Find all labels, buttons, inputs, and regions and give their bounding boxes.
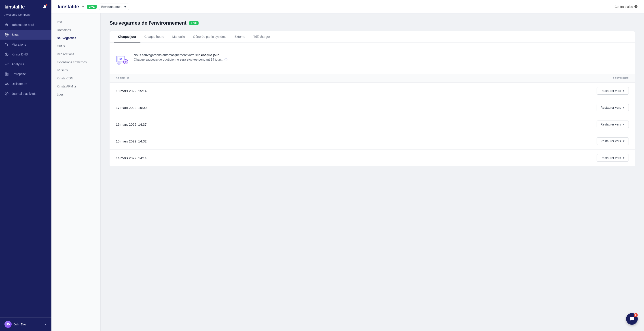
sidebar-company: Awesome Company: [0, 12, 52, 20]
restore-chevron-icon: ▼: [622, 89, 625, 92]
topbar-chevron-icon[interactable]: ▼: [81, 5, 85, 9]
help-label: Centre d'aide: [614, 5, 633, 8]
sub-nav-item-ip-deny[interactable]: IP Deny: [52, 66, 100, 74]
sidebar-item-entreprise[interactable]: Entreprise: [0, 69, 52, 79]
site-name: kinstalife: [58, 4, 79, 10]
topbar-left: kinstalife ▼ LIVE Environnement ▼: [58, 4, 129, 10]
topbar-right: Centre d'aide: [614, 5, 638, 8]
sidebar-item-migrations[interactable]: Migrations: [0, 40, 52, 50]
sub-nav-item-extensions[interactable]: Extensions et thèmes: [52, 58, 100, 66]
tab-externe[interactable]: Externe: [230, 31, 249, 42]
row-date-1: 18 mars 2022, 15:14: [116, 89, 147, 93]
row-date-3: 16 mars 2022, 14:37: [116, 122, 147, 126]
sidebar-footer-user[interactable]: JD John Doe ▲: [0, 317, 52, 331]
sidebar-nav: Tableau de bord Sites Migrations Kinsta …: [0, 20, 52, 317]
sub-nav-item-domaines[interactable]: Domaines: [52, 26, 100, 34]
sub-nav-item-sauvegardes[interactable]: Sauvegardes: [52, 34, 100, 42]
sidebar-item-sites[interactable]: Sites: [0, 30, 52, 40]
sub-sidebar: Info Domaines Sauvegardes Outils Redirec…: [52, 14, 100, 331]
info-help-icon[interactable]: ⓘ: [224, 58, 228, 61]
row-date-2: 17 mars 2022, 15:00: [116, 106, 147, 110]
backup-panel: Chaque jour Chaque heure Manuelle Généré…: [110, 31, 635, 166]
content-area: Info Domaines Sauvegardes Outils Redirec…: [52, 14, 644, 331]
table-header: CRÉÉE LE RESTAURER: [110, 74, 635, 82]
env-label: Environnement: [101, 5, 122, 8]
env-selector[interactable]: Environnement ▼: [99, 4, 129, 10]
sidebar-item-sites-label: Sites: [12, 33, 18, 36]
page-content: Sauvegardes de l'environnement LIVE Chaq…: [100, 14, 644, 331]
sidebar-item-kinsta-dns[interactable]: Kinsta DNS: [0, 50, 52, 59]
tabs: Chaque jour Chaque heure Manuelle Généré…: [110, 31, 635, 42]
sub-nav-item-outils[interactable]: Outils: [52, 42, 100, 50]
info-text-after: .: [219, 53, 220, 57]
restore-chevron-icon: ▼: [622, 123, 625, 126]
sidebar-item-journal-label: Journal d'activités: [12, 92, 36, 96]
table-row: 17 mars 2022, 15:00 Restaurer vers ▼: [110, 99, 635, 116]
migrations-icon: [4, 42, 9, 47]
backup-table: CRÉÉE LE RESTAURER 18 mars 2022, 15:14 R…: [110, 74, 635, 166]
sidebar-item-analytics[interactable]: Analytics: [0, 59, 52, 69]
chat-bubble[interactable]: 2: [626, 313, 638, 325]
help-link[interactable]: Centre d'aide: [614, 5, 638, 8]
restore-button-4[interactable]: Restaurer vers ▼: [596, 137, 629, 145]
sidebar-logo-area: kinstalife: [0, 0, 52, 12]
topbar: kinstalife ▼ LIVE Environnement ▼ Centre…: [52, 0, 644, 14]
avatar: JD: [4, 321, 12, 328]
sub-nav-item-logs[interactable]: Logs: [52, 90, 100, 98]
sidebar-item-migrations-label: Migrations: [12, 43, 26, 46]
user-chevron-icon: ▲: [44, 323, 47, 326]
sidebar-item-entreprise-label: Entreprise: [12, 72, 26, 76]
table-row: 15 mars 2022, 14:32 Restaurer vers ▼: [110, 133, 635, 150]
notification-dot: [46, 4, 48, 6]
env-chevron-icon: ▼: [124, 5, 127, 8]
sidebar-item-kinsta-dns-label: Kinsta DNS: [12, 52, 28, 56]
restore-button-1[interactable]: Restaurer vers ▼: [596, 87, 629, 94]
header-restore: RESTAURER: [613, 77, 629, 80]
sidebar: kinstalife Awesome Company Tableau de bo…: [0, 0, 52, 331]
tab-chaque-heure[interactable]: Chaque heure: [140, 31, 168, 42]
tab-chaque-jour[interactable]: Chaque jour: [114, 31, 140, 42]
users-icon: [4, 82, 9, 86]
svg-point-6: [120, 58, 122, 60]
header-date: CRÉÉE LE: [116, 77, 129, 80]
globe-icon: [4, 32, 9, 37]
tab-generee[interactable]: Générée par le système: [189, 31, 230, 42]
table-row: 16 mars 2022, 14:37 Restaurer vers ▼: [110, 116, 635, 133]
svg-point-10: [118, 62, 120, 64]
kinsta-logo: kinstalife: [4, 4, 24, 10]
dns-icon: [4, 52, 9, 56]
notification-bell[interactable]: [42, 4, 47, 10]
sidebar-item-utilisateurs-label: Utilisateurs: [12, 82, 27, 86]
help-icon: [634, 5, 638, 8]
sub-nav-item-redirections[interactable]: Redirections: [52, 50, 100, 58]
chat-count: 2: [634, 313, 638, 317]
sidebar-item-dashboard-label: Tableau de bord: [12, 23, 34, 26]
row-date-4: 15 mars 2022, 14:32: [116, 139, 147, 143]
restore-button-5[interactable]: Restaurer vers ▼: [596, 154, 629, 162]
sidebar-item-analytics-label: Analytics: [12, 62, 24, 66]
restore-chevron-icon: ▼: [622, 106, 625, 109]
row-date-5: 14 mars 2022, 14:14: [116, 156, 147, 160]
restore-button-2[interactable]: Restaurer vers ▼: [596, 104, 629, 112]
info-text: Nous sauvegardons automatiquement votre …: [134, 53, 228, 62]
restore-chevron-icon: ▼: [622, 156, 625, 160]
tab-telecharger[interactable]: Télécharger: [249, 31, 274, 42]
sub-nav-item-kinsta-cdn[interactable]: Kinsta CDN: [52, 74, 100, 82]
sub-nav-item-info[interactable]: Info: [52, 18, 100, 26]
activity-icon: [4, 92, 9, 96]
table-row: 14 mars 2022, 14:14 Restaurer vers ▼: [110, 150, 635, 166]
sidebar-item-dashboard[interactable]: Tableau de bord: [0, 20, 52, 30]
info-bold: chaque jour: [201, 53, 219, 57]
analytics-icon: [4, 62, 9, 66]
sidebar-item-journal[interactable]: Journal d'activités: [0, 89, 52, 99]
user-name: John Doe: [14, 323, 42, 326]
restore-button-3[interactable]: Restaurer vers ▼: [596, 120, 629, 128]
tab-manuelle[interactable]: Manuelle: [168, 31, 189, 42]
home-icon: [4, 22, 9, 27]
info-text-before: Nous sauvegardons automatiquement votre …: [134, 53, 201, 57]
page-header: Sauvegardes de l'environnement LIVE: [110, 20, 635, 26]
sub-nav-item-kinsta-apm[interactable]: Kinsta APM ▲: [52, 82, 100, 90]
sidebar-item-utilisateurs[interactable]: Utilisateurs: [0, 79, 52, 89]
building-icon: [4, 72, 9, 76]
info-subtitle: Chaque sauvegarde quotidienne sera stock…: [134, 58, 228, 62]
